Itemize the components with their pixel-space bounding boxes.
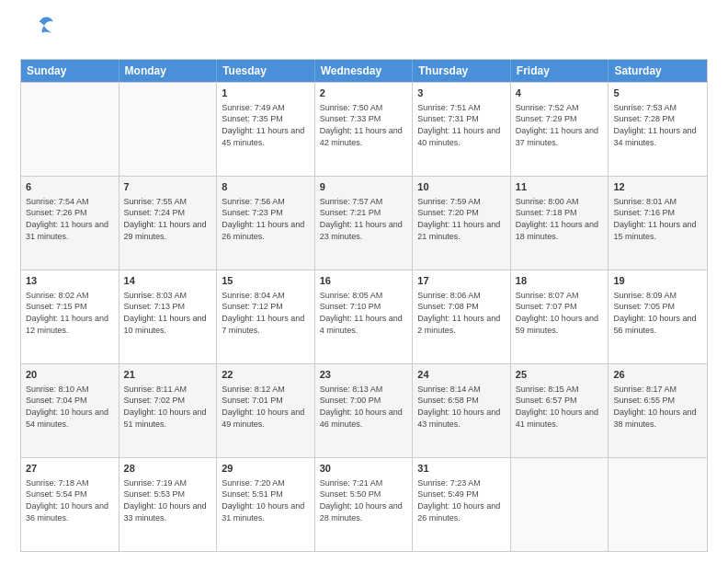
logo [20, 17, 55, 50]
day-number: 20 [26, 368, 114, 382]
day-info: Sunrise: 8:15 AM Sunset: 6:57 PM Dayligh… [516, 384, 604, 430]
day-number: 17 [417, 274, 506, 288]
calendar-day-4: 4Sunrise: 7:52 AM Sunset: 7:29 PM Daylig… [511, 83, 609, 176]
day-number: 16 [320, 274, 408, 288]
calendar-row: 13Sunrise: 8:02 AM Sunset: 7:15 PM Dayli… [21, 270, 707, 363]
day-info: Sunrise: 8:04 AM Sunset: 7:12 PM Dayligh… [222, 290, 310, 336]
day-info: Sunrise: 8:09 AM Sunset: 7:05 PM Dayligh… [613, 290, 702, 336]
day-info: Sunrise: 7:19 AM Sunset: 5:53 PM Dayligh… [124, 477, 212, 523]
day-number: 3 [417, 86, 506, 100]
day-number: 22 [222, 368, 310, 382]
calendar-day-19: 19Sunrise: 8:09 AM Sunset: 7:05 PM Dayli… [609, 270, 707, 363]
day-info: Sunrise: 8:03 AM Sunset: 7:13 PM Dayligh… [124, 290, 212, 336]
calendar-day-17: 17Sunrise: 8:06 AM Sunset: 7:08 PM Dayli… [413, 270, 511, 363]
day-of-week-sunday: Sunday [21, 60, 119, 82]
calendar-day-8: 8Sunrise: 7:56 AM Sunset: 7:23 PM Daylig… [217, 177, 315, 270]
calendar-day-25: 25Sunrise: 8:15 AM Sunset: 6:57 PM Dayli… [511, 364, 609, 457]
day-number: 9 [320, 180, 408, 194]
calendar-day-21: 21Sunrise: 8:11 AM Sunset: 7:02 PM Dayli… [119, 364, 218, 457]
day-info: Sunrise: 8:12 AM Sunset: 7:01 PM Dayligh… [222, 384, 310, 430]
day-of-week-wednesday: Wednesday [315, 60, 414, 82]
logo-bird-icon [26, 13, 55, 50]
calendar-day-12: 12Sunrise: 8:01 AM Sunset: 7:16 PM Dayli… [609, 177, 707, 270]
day-info: Sunrise: 7:51 AM Sunset: 7:31 PM Dayligh… [417, 102, 506, 148]
calendar-day-20: 20Sunrise: 8:10 AM Sunset: 7:04 PM Dayli… [21, 364, 119, 457]
calendar-row: 27Sunrise: 7:18 AM Sunset: 5:54 PM Dayli… [21, 457, 707, 551]
day-number: 29 [222, 462, 310, 476]
day-info: Sunrise: 7:56 AM Sunset: 7:23 PM Dayligh… [222, 196, 310, 242]
calendar-day-5: 5Sunrise: 7:53 AM Sunset: 7:28 PM Daylig… [609, 83, 707, 176]
day-number: 28 [124, 462, 212, 476]
calendar-header: SundayMondayTuesdayWednesdayThursdayFrid… [21, 60, 707, 82]
day-info: Sunrise: 7:55 AM Sunset: 7:24 PM Dayligh… [124, 196, 212, 242]
day-number: 21 [124, 368, 212, 382]
day-info: Sunrise: 8:06 AM Sunset: 7:08 PM Dayligh… [417, 290, 506, 336]
day-number: 6 [26, 180, 114, 194]
day-info: Sunrise: 7:21 AM Sunset: 5:50 PM Dayligh… [320, 477, 408, 523]
day-info: Sunrise: 7:57 AM Sunset: 7:21 PM Dayligh… [320, 196, 408, 242]
day-info: Sunrise: 8:02 AM Sunset: 7:15 PM Dayligh… [26, 290, 114, 336]
day-info: Sunrise: 8:07 AM Sunset: 7:07 PM Dayligh… [516, 290, 604, 336]
day-of-week-friday: Friday [511, 60, 609, 82]
page: SundayMondayTuesdayWednesdayThursdayFrid… [0, 0, 728, 563]
day-number: 26 [613, 368, 702, 382]
calendar-day-11: 11Sunrise: 8:00 AM Sunset: 7:18 PM Dayli… [511, 177, 609, 270]
calendar-day-9: 9Sunrise: 7:57 AM Sunset: 7:21 PM Daylig… [315, 177, 414, 270]
day-number: 5 [613, 86, 702, 100]
calendar-day-30: 30Sunrise: 7:21 AM Sunset: 5:50 PM Dayli… [315, 458, 414, 551]
calendar: SundayMondayTuesdayWednesdayThursdayFrid… [20, 59, 708, 552]
calendar-day-3: 3Sunrise: 7:51 AM Sunset: 7:31 PM Daylig… [413, 83, 511, 176]
calendar-body: 1Sunrise: 7:49 AM Sunset: 7:35 PM Daylig… [21, 82, 707, 551]
day-info: Sunrise: 7:20 AM Sunset: 5:51 PM Dayligh… [222, 477, 310, 523]
empty-cell [21, 83, 119, 176]
calendar-day-13: 13Sunrise: 8:02 AM Sunset: 7:15 PM Dayli… [21, 270, 119, 363]
day-info: Sunrise: 8:13 AM Sunset: 7:00 PM Dayligh… [320, 384, 408, 430]
day-number: 15 [222, 274, 310, 288]
empty-cell [119, 83, 218, 176]
day-number: 4 [516, 86, 604, 100]
day-number: 8 [222, 180, 310, 194]
day-number: 12 [613, 180, 702, 194]
empty-cell [609, 458, 707, 551]
day-number: 23 [320, 368, 408, 382]
day-number: 31 [417, 462, 506, 476]
day-number: 7 [124, 180, 212, 194]
day-of-week-monday: Monday [119, 60, 218, 82]
day-info: Sunrise: 7:54 AM Sunset: 7:26 PM Dayligh… [26, 196, 114, 242]
calendar-day-7: 7Sunrise: 7:55 AM Sunset: 7:24 PM Daylig… [119, 177, 218, 270]
calendar-day-14: 14Sunrise: 8:03 AM Sunset: 7:13 PM Dayli… [119, 270, 218, 363]
day-info: Sunrise: 7:50 AM Sunset: 7:33 PM Dayligh… [320, 102, 408, 148]
day-number: 10 [417, 180, 506, 194]
day-info: Sunrise: 8:05 AM Sunset: 7:10 PM Dayligh… [320, 290, 408, 336]
day-number: 1 [222, 86, 310, 100]
day-number: 24 [417, 368, 506, 382]
day-info: Sunrise: 7:53 AM Sunset: 7:28 PM Dayligh… [613, 102, 702, 148]
empty-cell [511, 458, 609, 551]
calendar-day-24: 24Sunrise: 8:14 AM Sunset: 6:58 PM Dayli… [413, 364, 511, 457]
day-number: 18 [516, 274, 604, 288]
day-number: 2 [320, 86, 408, 100]
calendar-day-28: 28Sunrise: 7:19 AM Sunset: 5:53 PM Dayli… [119, 458, 218, 551]
calendar-day-16: 16Sunrise: 8:05 AM Sunset: 7:10 PM Dayli… [315, 270, 414, 363]
day-info: Sunrise: 7:52 AM Sunset: 7:29 PM Dayligh… [516, 102, 604, 148]
day-info: Sunrise: 7:23 AM Sunset: 5:49 PM Dayligh… [417, 477, 506, 523]
calendar-row: 20Sunrise: 8:10 AM Sunset: 7:04 PM Dayli… [21, 363, 707, 457]
day-number: 25 [516, 368, 604, 382]
day-info: Sunrise: 7:59 AM Sunset: 7:20 PM Dayligh… [417, 196, 506, 242]
calendar-day-6: 6Sunrise: 7:54 AM Sunset: 7:26 PM Daylig… [21, 177, 119, 270]
day-number: 11 [516, 180, 604, 194]
day-of-week-saturday: Saturday [609, 60, 707, 82]
day-info: Sunrise: 8:11 AM Sunset: 7:02 PM Dayligh… [124, 384, 212, 430]
calendar-row: 6Sunrise: 7:54 AM Sunset: 7:26 PM Daylig… [21, 176, 707, 270]
calendar-day-26: 26Sunrise: 8:17 AM Sunset: 6:55 PM Dayli… [609, 364, 707, 457]
day-number: 30 [320, 462, 408, 476]
calendar-day-18: 18Sunrise: 8:07 AM Sunset: 7:07 PM Dayli… [511, 270, 609, 363]
day-number: 13 [26, 274, 114, 288]
day-number: 27 [26, 462, 114, 476]
day-of-week-tuesday: Tuesday [217, 60, 315, 82]
day-info: Sunrise: 8:00 AM Sunset: 7:18 PM Dayligh… [516, 196, 604, 242]
calendar-day-31: 31Sunrise: 7:23 AM Sunset: 5:49 PM Dayli… [413, 458, 511, 551]
calendar-row: 1Sunrise: 7:49 AM Sunset: 7:35 PM Daylig… [21, 82, 707, 176]
calendar-day-1: 1Sunrise: 7:49 AM Sunset: 7:35 PM Daylig… [217, 83, 315, 176]
day-info: Sunrise: 7:18 AM Sunset: 5:54 PM Dayligh… [26, 477, 114, 523]
